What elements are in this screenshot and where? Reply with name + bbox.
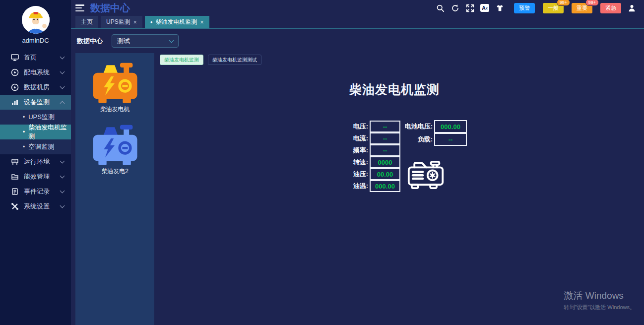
field-value: 00.00 — [370, 168, 400, 180]
sidebar-item-label: UPS监测 — [28, 113, 55, 122]
bullet-icon: • — [23, 143, 25, 150]
field-value: 0000 — [370, 156, 400, 168]
device-panel: 柴油发电机 柴油发电2 — [75, 53, 154, 325]
data-room-icon — [11, 83, 19, 91]
field-value: -- — [370, 144, 400, 156]
field-value: 000.00 — [370, 180, 400, 192]
fullscreen-icon[interactable] — [465, 3, 474, 12]
badge-general[interactable]: 一般 99+ — [543, 3, 564, 13]
sidebar-item-power-distribution[interactable]: 配电系统 — [0, 65, 71, 80]
theme-icon[interactable] — [495, 3, 504, 12]
sidebar-item-ac-monitor[interactable]: • 空调监测 — [0, 139, 71, 154]
field-oil-temperature: 油温: 000.00 — [315, 180, 400, 192]
badge-urgent[interactable]: 紧急 — [600, 3, 621, 13]
field-load: 负载: -- — [380, 133, 467, 146]
datacenter-label: 数据中心 — [77, 37, 103, 46]
sidebar-item-data-room[interactable]: 数据机房 — [0, 80, 71, 95]
chevron-down-icon — [60, 174, 65, 179]
sidebar-nav: 首页 配电系统 数据机房 设备监测 • UPS监测 — [0, 50, 71, 214]
sidebar-item-label: 事件记录 — [24, 187, 61, 196]
username: adminDC — [0, 37, 71, 44]
sidebar-item-event-log[interactable]: 事件记录 — [0, 184, 71, 199]
view-tab-monitor-test[interactable]: 柴油发电机监测测试 — [208, 55, 261, 65]
power-distribution-icon — [11, 68, 19, 76]
search-icon[interactable] — [436, 3, 445, 12]
event-log-icon — [11, 188, 19, 195]
view-tab-monitor[interactable]: 柴油发电机监测 — [160, 55, 203, 65]
field-battery-voltage: 电池电压: 000.00 — [380, 120, 467, 133]
sidebar-item-label: 配电系统 — [24, 68, 61, 77]
badge-count: 99+ — [585, 0, 599, 6]
tab-diesel-generator-monitor[interactable]: ● 柴油发电机监测 × — [145, 16, 209, 28]
sidebar-item-label: 柴油发电机监测 — [28, 123, 71, 141]
chevron-down-icon — [60, 55, 65, 60]
chevron-up-icon — [60, 101, 65, 106]
bullet-icon: • — [23, 114, 25, 121]
menu-toggle-icon[interactable] — [75, 4, 84, 11]
field-rpm: 转速: 0000 — [315, 156, 400, 168]
bullet-icon: • — [23, 129, 25, 135]
energy-icon — [11, 173, 19, 181]
device-name: 柴油发电机 — [100, 105, 130, 114]
tab-bar: 主页 UPS监测 × ● 柴油发电机监测 × — [71, 16, 644, 29]
close-icon[interactable]: × — [200, 19, 204, 26]
generator-outline-icon — [407, 159, 445, 192]
chevron-down-icon — [60, 159, 65, 164]
field-frequency: 频率: -- — [315, 144, 400, 156]
monitor-content: 柴油发电机监测 柴油发电机监测测试 柴油发电机监测 电压: -- 电流: -- … — [154, 53, 644, 325]
tab-ups-monitor[interactable]: UPS监测 × — [101, 16, 142, 28]
home-icon — [11, 54, 19, 62]
generator-icon — [90, 122, 140, 166]
device-name: 柴油发电2 — [101, 167, 129, 176]
avatar[interactable] — [22, 6, 50, 34]
chevron-down-icon — [169, 38, 174, 43]
sidebar-item-settings[interactable]: 系统设置 — [0, 199, 71, 214]
sidebar-item-label: 设备监测 — [24, 98, 61, 107]
sidebar: adminDC 首页 配电系统 数据机房 设备监 — [0, 0, 71, 325]
sidebar-item-ups-monitor[interactable]: • UPS监测 — [0, 110, 71, 125]
device-card-generator-1[interactable]: 柴油发电机 — [90, 60, 140, 114]
sidebar-item-environment[interactable]: 运行环境 — [0, 154, 71, 169]
sidebar-item-label: 数据机房 — [24, 83, 61, 92]
main-area: 数据中心 Ax 预警 一般 99+ 重要 99+ — [71, 0, 644, 325]
page-title: 柴油发电机监测 — [154, 81, 635, 98]
sidebar-item-label: 能效管理 — [24, 172, 61, 181]
active-dot-icon: ● — [150, 20, 153, 24]
sidebar-item-label: 首页 — [24, 53, 61, 62]
chevron-down-icon — [60, 203, 65, 208]
field-oil-pressure: 油压: 00.00 — [315, 168, 400, 180]
font-size-icon[interactable]: Ax — [480, 4, 489, 12]
refresh-icon[interactable] — [451, 3, 459, 12]
environment-icon — [11, 158, 19, 166]
close-icon[interactable]: × — [133, 19, 137, 26]
settings-icon — [11, 202, 19, 210]
field-value: -- — [434, 133, 467, 146]
tab-home[interactable]: 主页 — [75, 16, 98, 28]
sidebar-item-device-monitor[interactable]: 设备监测 — [0, 95, 71, 110]
sidebar-item-label: 运行环境 — [24, 157, 61, 166]
device-monitor-icon — [11, 98, 19, 106]
badge-warning[interactable]: 预警 — [514, 3, 535, 13]
device-card-generator-2[interactable]: 柴油发电2 — [90, 122, 140, 176]
app-title: 数据中心 — [90, 1, 130, 15]
view-tabs: 柴油发电机监测 柴油发电机监测测试 — [160, 55, 261, 65]
chevron-down-icon — [60, 69, 65, 74]
chevron-down-icon — [60, 189, 65, 194]
field-value: 000.00 — [434, 120, 467, 133]
datacenter-select[interactable]: 测试 — [112, 34, 179, 48]
badge-count: 99+ — [557, 0, 570, 6]
toolbar: 数据中心 测试 — [71, 29, 644, 53]
topbar-actions: Ax 预警 一般 99+ 重要 99+ 紧急 — [436, 3, 636, 13]
badge-important[interactable]: 重要 99+ — [572, 3, 592, 13]
sidebar-item-diesel-generator-monitor[interactable]: • 柴油发电机监测 — [0, 125, 71, 139]
sidebar-item-label: 空调监测 — [28, 142, 54, 151]
sidebar-item-label: 系统设置 — [24, 202, 61, 211]
user-icon[interactable] — [627, 3, 636, 12]
alarm-badges: 预警 一般 99+ 重要 99+ 紧急 — [514, 3, 621, 13]
generator-icon — [90, 60, 140, 104]
worker-avatar-icon — [22, 6, 50, 34]
topbar: 数据中心 Ax 预警 一般 99+ 重要 99+ — [71, 0, 644, 16]
sidebar-item-home[interactable]: 首页 — [0, 50, 71, 65]
sidebar-item-energy[interactable]: 能效管理 — [0, 169, 71, 184]
chevron-down-icon — [60, 84, 65, 89]
